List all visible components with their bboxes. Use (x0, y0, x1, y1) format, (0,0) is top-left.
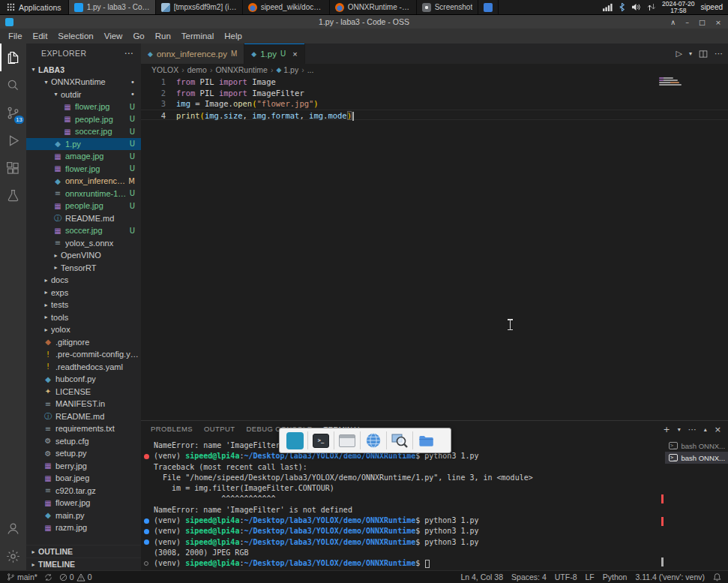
notifications-bell-icon[interactable] (713, 572, 721, 581)
folder-tests[interactable]: ▸tests (26, 299, 141, 311)
minimize-window-icon[interactable]: – (685, 18, 689, 26)
switcher-item-selected-app[interactable] (283, 430, 306, 451)
run-python-file-button[interactable]: ▷ (676, 49, 682, 59)
file-readthedocs-yaml[interactable]: !.readthedocs.yaml (26, 361, 141, 374)
taskbar-window-onnxruntime-th[interactable]: ONNXRuntime - Th... (330, 0, 417, 14)
user-menu[interactable]: sipeed (701, 3, 723, 11)
folder-openvino[interactable]: ▸OpenVINO (26, 249, 141, 262)
terminal-tab[interactable]: >_bash ONNX... (665, 452, 728, 464)
close-window-icon[interactable]: × (715, 18, 721, 26)
file-onnx-inference[interactable]: ◆onnx_inference....M (26, 175, 141, 188)
menu-file[interactable]: File (3, 32, 28, 41)
switcher-item-screenshot-tool[interactable] (388, 430, 411, 451)
split-editor-icon[interactable] (699, 50, 708, 59)
git-branch-status[interactable]: main* (7, 572, 37, 581)
breadcrumb-onnxruntime[interactable]: ONNXRuntime (215, 65, 267, 74)
breadcrumb-1-py[interactable]: ◆1.py (276, 65, 298, 74)
maximize-panel-icon[interactable]: ▴ (704, 426, 707, 433)
close-icon[interactable]: × (292, 50, 297, 59)
terminal-viewport[interactable]: NameError: name 'ImageFilter' is not def… (141, 437, 665, 570)
source-control-activity-button[interactable]: 13 (0, 99, 26, 127)
file-c920-tar-gz[interactable]: ≡c920.tar.gz (26, 485, 141, 497)
taskbar-window-sipeed-wiki-docs-h[interactable]: sipeed_wiki/docs/h... (243, 0, 330, 14)
panel-tab-output[interactable]: OUTPUT (204, 421, 235, 437)
menu-view[interactable]: View (99, 32, 128, 41)
taskbar-window-1-py-laba3-code[interactable]: 1.py - laba3 - Code -... (69, 0, 156, 14)
taskbar-window-tmpxs6df9m2-im[interactable]: [tmpxs6df9m2] (im... (156, 0, 243, 14)
section-timeline[interactable]: ▸TIMELINE (26, 557, 141, 570)
bluetooth-icon[interactable] (619, 2, 625, 12)
folder-tools[interactable]: ▸tools (26, 311, 141, 324)
breadcrumb-demo[interactable]: demo (187, 65, 207, 74)
file-yolox-s-onnx[interactable]: ≡yolox_s.onnx (26, 237, 141, 250)
editor-tab-1-py[interactable]: ◆1.pyU× (244, 44, 304, 64)
panel-tab-problems[interactable]: PROBLEMS (151, 421, 193, 437)
folder-onnxruntime[interactable]: ▾ONNXRuntime• (26, 76, 141, 89)
file-pre-commit-config-yaml[interactable]: !.pre-commit-config.yaml (26, 348, 141, 361)
search-activity-button[interactable] (0, 71, 26, 99)
run-debug-activity-button[interactable] (0, 127, 26, 155)
window-titlebar[interactable]: 1.py - laba3 - Code - OSS ∧ – □ × (0, 15, 728, 29)
accounts-button[interactable] (0, 515, 26, 542)
menu-go[interactable]: Go (127, 32, 149, 41)
editor-tab-onnx-inference-py[interactable]: ◆onnx_inference.pyM (141, 44, 244, 64)
file-gitignore[interactable]: ◆.gitignore (26, 336, 141, 349)
menu-edit[interactable]: Edit (28, 32, 53, 41)
folder-yolox[interactable]: ▸yolox (26, 323, 141, 336)
file-setup-cfg[interactable]: ⚙setup.cfg (26, 435, 141, 448)
file-license[interactable]: ✦LICENSE (26, 386, 141, 398)
breadcrumb-item[interactable]: ... (307, 65, 314, 74)
status-python[interactable]: Python (603, 572, 628, 581)
folder-exps[interactable]: ▸exps (26, 287, 141, 299)
clock[interactable]: 2024-07-20 17:58 (662, 1, 694, 14)
signal-strength-icon[interactable] (603, 3, 613, 11)
settings-button[interactable] (0, 542, 26, 570)
folder-tensorrt[interactable]: ▸TensorRT (26, 262, 141, 275)
minimap[interactable] (659, 77, 683, 86)
status-spaces-4[interactable]: Spaces: 4 (511, 572, 547, 581)
terminal-dropdown-icon[interactable]: ▾ (678, 426, 681, 433)
status-lf[interactable]: LF (586, 572, 595, 581)
workspace-section-header[interactable]: ▾ LABA3 (26, 63, 141, 76)
file-hubconf-py[interactable]: ◆hubconf.py (26, 373, 141, 386)
folder-docs[interactable]: ▸docs (26, 274, 141, 287)
close-panel-icon[interactable]: × (715, 425, 721, 434)
network-icon[interactable] (647, 3, 656, 11)
shade-window-icon[interactable]: ∧ (670, 18, 676, 26)
file-flower-jpg[interactable]: ▦flower.jpgU (26, 101, 141, 113)
section-outline[interactable]: ▸OUTLINE (26, 545, 141, 557)
testing-activity-button[interactable] (0, 182, 26, 210)
file-flower-jpg[interactable]: ▦flower.jpg (26, 497, 141, 509)
terminal-tab[interactable]: >_bash ONNX... (665, 440, 728, 452)
file-manifest-in[interactable]: ≡MANIFEST.in (26, 398, 141, 410)
file-setup-py[interactable]: ⚙setup.py (26, 447, 141, 460)
file-razm-jpg[interactable]: ▦razm.jpg (26, 521, 141, 534)
file-onnxruntime-1[interactable]: ≡onnxruntime-1....U (26, 188, 141, 200)
file-boar-jpeg[interactable]: ▦boar.jpeg (26, 472, 141, 485)
menu-selection[interactable]: Selection (52, 32, 98, 41)
file-soccer-jpg[interactable]: ▦soccer.jpgU (26, 125, 141, 138)
switcher-item-browser[interactable] (362, 430, 385, 451)
explorer-activity-button[interactable] (0, 44, 26, 71)
switcher-item-window[interactable] (336, 430, 358, 451)
new-terminal-icon[interactable]: + (664, 425, 670, 434)
file-1-py[interactable]: ◆1.pyU (26, 138, 141, 151)
file-berry-jpg[interactable]: ▦berry.jpg (26, 460, 141, 473)
menu-terminal[interactable]: Terminal (176, 32, 219, 41)
file-people-jpg[interactable]: ▦people.jpgU (26, 113, 141, 126)
status-ln-4-col-38[interactable]: Ln 4, Col 38 (460, 572, 503, 581)
panel-more-icon[interactable]: ⋯ (688, 425, 697, 434)
applications-menu-button[interactable]: Applications (0, 0, 69, 14)
explorer-more-actions-icon[interactable]: ⋯ (124, 48, 133, 59)
status-3-11-4-venv-venv[interactable]: 3.11.4 ('venv': venv) (635, 572, 705, 581)
switcher-item-terminal[interactable]: >_ (310, 430, 332, 451)
file-amage-jpg[interactable]: ▦amage.jpgU (26, 150, 141, 163)
file-requirements-txt[interactable]: ≡requirements.txt (26, 422, 141, 435)
taskbar-window-screenshot[interactable]: Screenshot (417, 0, 479, 14)
sync-changes-button[interactable] (44, 573, 52, 581)
folder-outdir[interactable]: ▾outdir• (26, 89, 141, 101)
volume-icon[interactable] (631, 3, 641, 11)
file-flower-jpg[interactable]: ▦flower.jpgU (26, 163, 141, 176)
file-people-jpg[interactable]: ▦people.jpgU (26, 200, 141, 212)
file-readme-md[interactable]: ⓘREADME.md (26, 212, 141, 225)
